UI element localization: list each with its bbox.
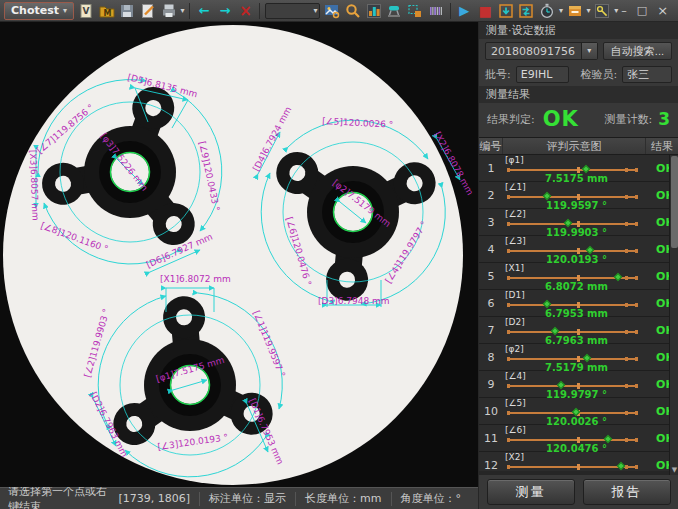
delete-icon[interactable]: × (237, 2, 255, 20)
status-hint: 请选择第一个点或右键结束 (8, 484, 109, 509)
feature-label: [X2] (505, 453, 648, 462)
feature-label: [∠2] (505, 210, 648, 219)
table-row[interactable]: 3[∠2]119.9903 °OK (479, 209, 678, 236)
auto-search-button[interactable]: 自动搜索... (603, 42, 672, 60)
chotest-menu-button[interactable]: Chotest ▾ (4, 2, 74, 20)
app-menu-label: Chotest (11, 4, 59, 17)
measured-marker (604, 435, 612, 443)
row-number: 4 (479, 236, 503, 262)
measurement-viewport[interactable]: [D5]6.8135 mm [∠7]119.8756 ° [∠9]120.043… (0, 22, 478, 487)
table-row[interactable]: 12[X2]OK (479, 452, 678, 471)
vertical-scrollbar[interactable]: ▼ (669, 155, 678, 475)
table-header: 编号 评判示意图 结果 (479, 138, 678, 155)
table-row[interactable]: 2[∠1]119.9597 °OK (479, 182, 678, 209)
count-label: 测量计数: (604, 112, 652, 127)
histogram-icon[interactable] (365, 2, 383, 20)
table-row[interactable]: 8[φ2]7.5179 mmOK (479, 344, 678, 371)
toolbar-separator (450, 3, 451, 19)
measured-marker (581, 165, 589, 173)
key-settings-icon[interactable] (594, 2, 612, 20)
svg-text:V: V (82, 6, 89, 16)
tolerance-slider (505, 382, 648, 390)
section-header-settings: 测量·设定数据 (479, 22, 678, 39)
tolerance-slider (505, 193, 648, 201)
measured-marker (557, 381, 565, 389)
timer-dropdown-caret[interactable]: ▾ (559, 7, 563, 15)
table-body: 1[φ1]7.5175 mmOK2[∠1]119.9597 °OK3[∠2]11… (479, 155, 678, 471)
minimize-button[interactable]: – (621, 4, 627, 17)
inspector-input[interactable]: 张三 (622, 66, 672, 83)
table-row[interactable]: 4[∠3]120.0193 °OK (479, 236, 678, 263)
row-number: 5 (479, 263, 503, 289)
scrollbar-thumb[interactable] (671, 156, 678, 248)
barcode-icon[interactable] (427, 2, 445, 20)
edit-document-icon[interactable] (139, 2, 157, 20)
tolerance-diagram: [D1]6.7953 mm (503, 290, 652, 316)
maximize-button[interactable]: □ (637, 4, 647, 17)
scroll-down-arrow[interactable]: ▼ (670, 464, 678, 475)
select-region-icon[interactable] (406, 2, 424, 20)
judge-label: 结果判定: (487, 112, 535, 127)
program-combobox[interactable]: 201808091756 ▾ (485, 42, 598, 60)
annotation-unit: 标注单位：显示 (200, 491, 295, 506)
inspector-label: 检验员: (580, 67, 617, 82)
tool-combobox[interactable]: ▾ (265, 3, 320, 19)
table-row[interactable]: 11[∠6]120.0476 °OK (479, 425, 678, 452)
zoom-magnifier-icon[interactable] (344, 2, 362, 20)
drawer-dropdown-caret[interactable]: ▾ (587, 7, 591, 15)
table-row[interactable]: 9[∠4]119.9797 °OK (479, 371, 678, 398)
batch-input[interactable]: E9IHL (516, 66, 570, 83)
run-play-icon[interactable]: ▶ (456, 2, 474, 20)
results-table: 编号 评判示意图 结果 1[φ1]7.5175 mmOK2[∠1]119.959… (479, 137, 678, 475)
batch-label: 批号: (485, 67, 511, 82)
import-box-icon[interactable] (497, 2, 515, 20)
feature-label: [∠6] (505, 426, 648, 435)
table-row[interactable]: 1[φ1]7.5175 mmOK (479, 155, 678, 182)
open-folder-icon[interactable]: M (98, 2, 116, 20)
angle-unit: 角度单位：° (392, 491, 471, 506)
measured-marker (586, 246, 594, 254)
window-controls: – □ × (621, 3, 674, 18)
count-value: 3 (658, 109, 670, 129)
undo-arrow-icon[interactable]: ← (195, 2, 213, 20)
close-button[interactable]: × (657, 3, 668, 18)
tolerance-diagram: [∠3]120.0193 ° (503, 236, 652, 262)
row-number: 10 (479, 398, 503, 424)
table-row[interactable]: 5[X1]6.8072 mmOK (479, 263, 678, 290)
row-number: 2 (479, 182, 503, 208)
program-id: 201808091756 (486, 45, 581, 58)
table-row[interactable]: 6[D1]6.7953 mmOK (479, 290, 678, 317)
measure-button[interactable]: 测量 (487, 479, 575, 505)
drawer-icon[interactable] (566, 2, 584, 20)
print-dropdown-caret[interactable]: ▾ (180, 7, 184, 15)
tolerance-diagram: [D2]6.7963 mm (503, 317, 652, 343)
cursor-coordinates: [1739, 1806] (109, 492, 199, 505)
save-icon[interactable] (118, 2, 136, 20)
column-header-id: 编号 (479, 138, 503, 154)
section-header-results: 测量结果 (479, 86, 678, 103)
result-summary: 结果判定: OK 测量计数: 3 (479, 103, 678, 137)
measured-marker (543, 192, 551, 200)
toolbar-separator (189, 3, 190, 19)
key-dropdown-caret[interactable]: ▾ (614, 7, 618, 15)
table-row[interactable]: 10[∠5]120.0026 °OK (479, 398, 678, 425)
annotation-d3: [D3]6.7948 mm (318, 296, 390, 306)
tolerance-diagram: [∠4]119.9797 ° (503, 371, 652, 397)
timer-icon[interactable] (538, 2, 556, 20)
image-preview-icon[interactable] (323, 2, 341, 20)
feature-label: [X1] (505, 264, 648, 273)
report-button[interactable]: 报告 (583, 479, 671, 505)
lamp-icon[interactable] (386, 2, 404, 20)
column-header-result: 结果 (646, 138, 678, 154)
titlebar: Chotest ▾ V M ▾ ← → × ▾ (0, 0, 678, 22)
redo-arrow-icon[interactable]: → (216, 2, 234, 20)
stop-icon[interactable]: ■ (476, 2, 494, 20)
swap-box-icon[interactable] (518, 2, 536, 20)
new-document-icon[interactable]: V (77, 2, 95, 20)
feature-label: [φ2] (505, 345, 648, 354)
print-export-icon[interactable] (160, 2, 178, 20)
tolerance-slider (505, 220, 648, 228)
feature-label: [φ1] (505, 156, 648, 165)
chevron-down-icon[interactable]: ▾ (581, 43, 597, 59)
table-row[interactable]: 7[D2]6.7963 mmOK (479, 317, 678, 344)
